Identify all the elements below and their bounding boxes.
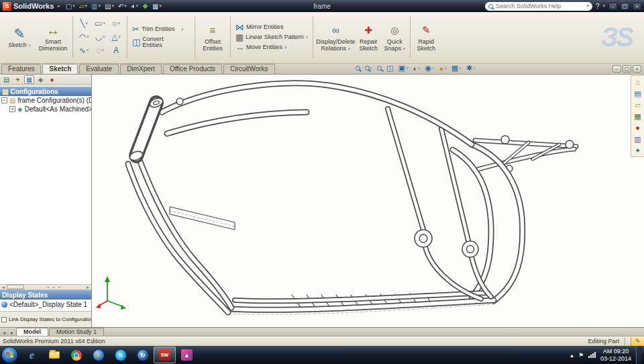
- window-close-button[interactable]: ×: [633, 3, 641, 10]
- smart-dimension-button[interactable]: ↔ Smart Dimension: [36, 15, 70, 59]
- featuremanager-tree-tab-icon[interactable]: ▤: [1, 75, 11, 84]
- taskbar-skype-button[interactable]: S: [109, 347, 131, 363]
- view-settings-button[interactable]: ✱▾: [466, 64, 476, 73]
- ellipse-tool-button[interactable]: ◌▾: [92, 46, 108, 55]
- dimxpertmanager-tab-icon[interactable]: ◈: [36, 75, 46, 84]
- taskbar-app-button[interactable]: ↻: [131, 347, 154, 363]
- display-style-button[interactable]: ◐▾: [413, 64, 420, 73]
- scroll-thumb[interactable]: [7, 285, 24, 289]
- appearances-scenes-icon[interactable]: ●: [633, 123, 643, 132]
- view-orientation-button[interactable]: ▣▾: [398, 64, 408, 73]
- threepoint-arc-tool-button[interactable]: ◡▾: [92, 32, 108, 42]
- tab-scroll-left-icon[interactable]: ◂: [0, 330, 8, 336]
- app-menu-arrow-icon[interactable]: ▸: [58, 3, 60, 9]
- undo-button[interactable]: ↶▾: [118, 3, 127, 10]
- tab-evaluate[interactable]: Evaluate: [79, 64, 119, 74]
- action-center-flag-icon[interactable]: ⚑: [578, 352, 584, 359]
- taskbar-solidworks-button[interactable]: SW: [154, 347, 176, 363]
- panel-splitter-bar[interactable]: ◂ • • • ▸: [0, 284, 91, 290]
- save-button[interactable]: ▥▾: [91, 3, 101, 10]
- graphics-viewport[interactable]: ⌂ ▤ ▱ ▦ ● ▥ ✦: [92, 75, 644, 327]
- search-input[interactable]: [496, 3, 584, 9]
- network-icon[interactable]: [588, 352, 596, 358]
- polygon-tool-button[interactable]: △▾: [108, 32, 124, 42]
- design-library-icon[interactable]: ▤: [633, 89, 643, 98]
- taskbar-explorer-button[interactable]: [43, 347, 65, 363]
- taskbar-clock[interactable]: AM 09:20 03-12-2014: [600, 348, 631, 363]
- configurationmanager-tab-icon[interactable]: ▦: [24, 75, 34, 84]
- zoom-area-button[interactable]: ▾: [365, 66, 373, 71]
- tab-sketch[interactable]: Sketch: [42, 64, 78, 74]
- convert-entities-button[interactable]: ◫ Convert Entities: [130, 35, 192, 50]
- forum-icon[interactable]: ✦: [633, 146, 643, 155]
- display-delete-relations-button[interactable]: ∞ Display/Delete Relations ▾: [316, 15, 355, 59]
- view-palette-icon[interactable]: ▦: [633, 111, 643, 121]
- display-state-item[interactable]: <Default>_Display State 1: [0, 300, 91, 310]
- tab-circuitworks[interactable]: CircuitWorks: [223, 64, 274, 74]
- custom-properties-icon[interactable]: ▥: [633, 134, 643, 144]
- tab-scroll-right-icon[interactable]: ▸: [8, 330, 16, 336]
- offset-entities-button[interactable]: ≡ Offset Entities: [198, 15, 227, 59]
- select-button[interactable]: ➤▾: [131, 3, 138, 9]
- search-dropdown-icon[interactable]: ▾: [586, 3, 589, 9]
- scroll-left-icon[interactable]: ◂: [0, 285, 7, 290]
- linear-sketch-pattern-button[interactable]: ▦ Linear Sketch Pattern▾: [233, 33, 310, 42]
- doc-close-button[interactable]: ×: [633, 65, 641, 73]
- scroll-right-icon[interactable]: ▸: [85, 285, 91, 290]
- rapid-sketch-button[interactable]: ✎ Rapid Sketch: [413, 15, 439, 59]
- apply-scene-button[interactable]: ▦▾: [451, 64, 462, 73]
- taskbar-paint-button[interactable]: ▲: [176, 347, 198, 363]
- doc-restore-button[interactable]: ▢: [623, 65, 631, 73]
- doc-minimize-button[interactable]: –: [612, 65, 621, 73]
- tab-office-products[interactable]: Office Products: [163, 64, 222, 74]
- show-desktop-button[interactable]: [636, 346, 641, 364]
- link-display-states-checkbox[interactable]: [1, 317, 7, 322]
- arc-tool-button[interactable]: ◠▾: [76, 32, 92, 42]
- move-entities-button[interactable]: ↔ Move Entities▾: [233, 43, 310, 52]
- print-button[interactable]: ▤▾: [105, 3, 114, 10]
- hide-show-items-button[interactable]: ◉▾: [425, 64, 435, 73]
- section-view-button[interactable]: ◫: [386, 64, 393, 73]
- show-hidden-icons-button[interactable]: ▴: [570, 352, 574, 359]
- tree-item-default-config[interactable]: + ◈ Default<As Machined> [: [0, 105, 91, 113]
- spline-tool-button[interactable]: ∿▾: [76, 46, 92, 55]
- circle-tool-button[interactable]: ○▾: [108, 19, 124, 28]
- tab-motion-study[interactable]: Motion Study 1: [49, 328, 104, 336]
- solidworks-resources-icon[interactable]: ⌂: [633, 77, 643, 87]
- splitter-handle[interactable]: • • •: [24, 285, 85, 289]
- expander-icon[interactable]: +: [9, 106, 15, 112]
- edit-appearance-button[interactable]: ●▾: [439, 64, 447, 73]
- propertymanager-tab-icon[interactable]: ✦: [13, 75, 23, 84]
- line-tool-button[interactable]: ╲▾: [76, 19, 92, 28]
- tab-model[interactable]: Model: [16, 328, 48, 336]
- rebuild-button[interactable]: ❖: [142, 3, 148, 10]
- taskbar-chrome-button[interactable]: [65, 347, 87, 363]
- rectangle-tool-button[interactable]: ▭▾: [92, 19, 108, 28]
- quick-snaps-button[interactable]: ◎ Quick Snaps ▾: [382, 15, 407, 59]
- sketch-button[interactable]: ✎ Sketch ▾: [3, 15, 36, 59]
- help-button[interactable]: ?: [596, 3, 600, 10]
- zoom-fit-button[interactable]: [356, 66, 360, 71]
- trim-entities-button[interactable]: ✂ Trim Entities▾: [130, 25, 192, 34]
- open-button[interactable]: ▱▾: [79, 3, 87, 10]
- taskbar-internet-explorer-button[interactable]: e: [21, 347, 43, 363]
- tab-dimxpert[interactable]: DimXpert: [120, 64, 162, 74]
- displaymanager-tab-icon[interactable]: ●: [47, 75, 57, 84]
- tree-item-configuration-root[interactable]: − ▤ frame Configuration(s) (Defa: [0, 96, 91, 105]
- previous-view-button[interactable]: [377, 66, 382, 71]
- help-search-box[interactable]: ▾: [485, 2, 592, 11]
- file-explorer-icon[interactable]: ▱: [633, 100, 643, 109]
- mirror-entities-button[interactable]: ⋈ Mirror Entities: [233, 23, 310, 32]
- expander-icon[interactable]: −: [1, 97, 7, 103]
- display-state-sphere-icon: [1, 302, 7, 308]
- window-minimize-button[interactable]: –: [608, 3, 617, 10]
- new-document-button[interactable]: ▢▾: [66, 3, 75, 10]
- repair-sketch-button[interactable]: ✚ Repair Sketch: [355, 15, 382, 59]
- tab-features[interactable]: Features: [1, 64, 41, 74]
- taskbar-media-player-button[interactable]: ▸: [87, 347, 109, 363]
- help-dropdown-icon[interactable]: ▾: [602, 3, 605, 9]
- window-restore-button[interactable]: ▢: [621, 3, 629, 10]
- text-tool-button[interactable]: A: [108, 46, 124, 55]
- options-button[interactable]: ▦▾: [152, 3, 162, 10]
- start-button[interactable]: [1, 347, 18, 363]
